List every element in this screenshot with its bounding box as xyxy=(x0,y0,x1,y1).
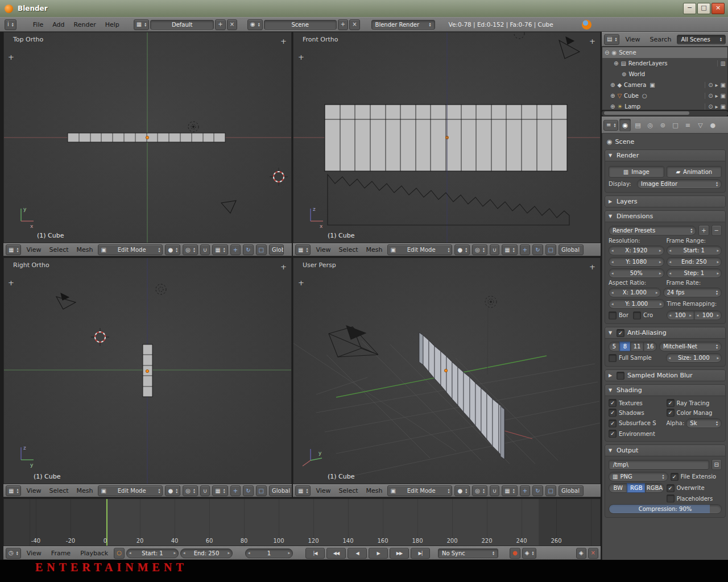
environment-checkbox[interactable] xyxy=(609,430,617,438)
menu-help[interactable]: Help xyxy=(101,21,123,28)
preview-range-button[interactable]: ○ xyxy=(114,548,125,559)
viewport-top-ortho[interactable]: y x Top Ortho + + (1) Cube xyxy=(3,32,292,243)
frame-step-field[interactable]: Step: 1 xyxy=(667,268,722,278)
menu-mesh[interactable]: Mesh xyxy=(74,246,96,253)
outliner-row-cube[interactable]: ⊕ ▽ Cube ○ ⊙ ▸ ▣ xyxy=(602,90,727,101)
renderability-icon[interactable]: ▣ xyxy=(721,82,726,88)
crop-checkbox[interactable] xyxy=(633,311,641,319)
tab-render[interactable]: ◉ xyxy=(619,119,631,131)
snap-toggle[interactable]: ∪ xyxy=(200,244,210,255)
color-management-checkbox[interactable] xyxy=(667,409,675,417)
manipulator-rotate-button[interactable]: ↻ xyxy=(243,485,253,496)
menu-playback[interactable]: Playback xyxy=(76,550,112,557)
menu-select[interactable]: Select xyxy=(336,487,361,494)
preset-add-button[interactable]: + xyxy=(698,225,709,236)
render-animation-button[interactable]: ▰ Animation xyxy=(667,166,722,177)
minimize-button[interactable]: − xyxy=(683,3,696,14)
mode-dropdown[interactable]: ▣ Edit Mode xyxy=(387,244,452,255)
play-reverse-button[interactable]: ◀ xyxy=(348,548,367,559)
channel-rgba-button[interactable]: RGBA xyxy=(645,483,664,493)
expand-region-icon[interactable]: + xyxy=(298,53,304,61)
expand-region-icon[interactable]: + xyxy=(8,278,14,287)
visibility-icon[interactable]: ⊙ xyxy=(708,82,713,88)
frame-start-field[interactable]: Start: 1 xyxy=(667,246,722,255)
manipulator-scale-button[interactable]: □ xyxy=(256,485,267,496)
expand-region-icon[interactable]: + xyxy=(589,263,595,271)
panel-header-dimensions[interactable]: ▼ Dimensions xyxy=(605,211,725,222)
pivot-dropdown[interactable]: ◎ xyxy=(472,244,487,255)
preset-remove-button[interactable]: − xyxy=(712,225,722,236)
render-engine-dropdown[interactable]: Blender Render xyxy=(371,20,435,30)
editor-type-button[interactable]: ▦ xyxy=(6,485,21,496)
menu-view[interactable]: View xyxy=(621,36,644,43)
file-browse-button[interactable]: ⊟ xyxy=(712,459,722,470)
overwrite-checkbox[interactable] xyxy=(667,484,675,492)
alpha-dropdown[interactable]: Sk xyxy=(686,418,722,428)
outliner-row-lamp[interactable]: ⊕ ☀ Lamp ⊙ ▸ ▣ xyxy=(602,101,727,110)
frame-start-field[interactable]: Start: 1 xyxy=(126,548,179,558)
motion-blur-checkbox[interactable] xyxy=(617,372,624,380)
manipulator-scale-button[interactable]: □ xyxy=(545,485,556,496)
current-frame-field[interactable]: 1 xyxy=(245,548,293,558)
frame-end-field[interactable]: End: 250 xyxy=(667,257,722,267)
manipulator-rotate-button[interactable]: ↻ xyxy=(532,244,543,255)
snap-element-dropdown[interactable]: ▦ xyxy=(212,485,228,496)
aa-samples-16-button[interactable]: 16 xyxy=(643,342,657,351)
expand-region-icon[interactable]: + xyxy=(298,278,304,287)
sync-dropdown[interactable]: No Sync xyxy=(438,548,498,558)
scrollbar-thumb[interactable] xyxy=(604,111,689,115)
viewport-user-persp[interactable]: y User Persp + + (1) Cube xyxy=(293,257,601,484)
resolution-y-field[interactable]: Y: 1080 xyxy=(609,257,664,267)
selectability-icon[interactable]: ▸ xyxy=(715,82,718,88)
channel-bw-button[interactable]: BW xyxy=(609,483,627,493)
display-dropdown[interactable]: Image Editor xyxy=(637,179,722,189)
pivot-dropdown[interactable]: ◎ xyxy=(472,485,487,496)
jump-to-end-button[interactable]: ▶| xyxy=(411,548,430,559)
menu-select[interactable]: Select xyxy=(47,246,72,253)
aa-size-field[interactable]: Size: 1.000 xyxy=(666,353,722,363)
outliner-row-renderlayers[interactable]: ⊕ ▤ RenderLayers ▥ xyxy=(602,58,727,69)
selectability-icon[interactable]: ▸ xyxy=(715,103,718,110)
file-format-dropdown[interactable]: ▥PNG xyxy=(609,472,668,481)
subsurface-checkbox[interactable] xyxy=(609,419,617,427)
menu-select[interactable]: Select xyxy=(336,246,361,253)
previous-keyframe-button[interactable]: ◀◀ xyxy=(326,548,346,559)
delete-keyframe-button[interactable]: × xyxy=(588,548,598,559)
manipulator-rotate-button[interactable]: ↻ xyxy=(243,244,253,255)
viewport-shading-dropdown[interactable]: ● xyxy=(454,244,470,255)
manipulator-translate-button[interactable]: + xyxy=(230,244,241,255)
snap-toggle[interactable]: ∪ xyxy=(490,244,499,255)
menu-mesh[interactable]: Mesh xyxy=(363,487,386,494)
panel-header-shading[interactable]: ▼ Shading xyxy=(605,385,725,396)
scene-add-button[interactable]: + xyxy=(338,19,348,30)
next-keyframe-button[interactable]: ▶▶ xyxy=(390,548,409,559)
manipulator-translate-button[interactable]: + xyxy=(520,485,530,496)
orientation-dropdown[interactable]: Global xyxy=(269,244,284,255)
menu-view[interactable]: View xyxy=(23,550,46,557)
scene-browse-button[interactable]: ◉ xyxy=(247,19,263,30)
panel-header-anti-aliasing[interactable]: ▼ Anti-Aliasing xyxy=(605,327,725,339)
panel-header-motion-blur[interactable]: ▶ Sampled Motion Blur xyxy=(605,370,725,381)
expand-region-icon[interactable]: + xyxy=(589,37,595,45)
resolution-x-field[interactable]: X: 1920 xyxy=(609,246,664,255)
expand-region-icon[interactable]: + xyxy=(280,263,287,271)
aa-samples-8-button[interactable]: 8 xyxy=(619,342,631,351)
menu-mesh[interactable]: Mesh xyxy=(363,246,386,253)
full-sample-checkbox[interactable] xyxy=(609,354,617,362)
maximize-button[interactable]: □ xyxy=(697,3,710,14)
outliner-scrollbar[interactable] xyxy=(602,111,728,116)
placeholders-checkbox[interactable] xyxy=(667,494,675,502)
screen-delete-button[interactable]: × xyxy=(227,19,237,30)
menu-view[interactable]: View xyxy=(313,246,333,253)
editor-type-button[interactable]: ▦ xyxy=(6,244,21,255)
tree-expander-icon[interactable]: ⊕ xyxy=(610,82,615,88)
menu-select[interactable]: Select xyxy=(47,487,72,494)
compression-slider[interactable]: Compression: 90% xyxy=(609,504,722,514)
aa-samples-11-button[interactable]: 11 xyxy=(630,342,644,351)
menu-view[interactable]: View xyxy=(313,487,333,494)
renderability-icon[interactable]: ▣ xyxy=(721,93,726,99)
pivot-dropdown[interactable]: ◎ xyxy=(183,485,198,496)
render-toggle-icon[interactable]: ▥ xyxy=(721,60,726,66)
editor-type-button[interactable]: i xyxy=(5,19,16,30)
aa-samples-5-button[interactable]: 5 xyxy=(609,342,620,351)
